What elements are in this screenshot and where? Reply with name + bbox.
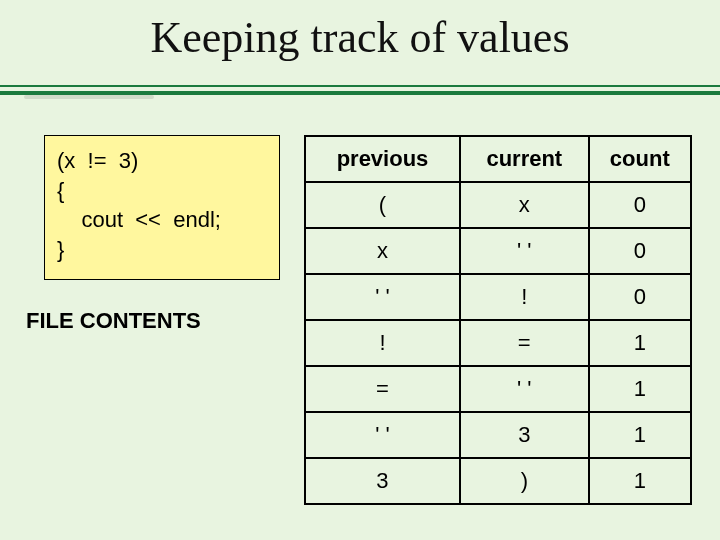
cell-current: x — [460, 182, 589, 228]
cell-count: 0 — [589, 182, 691, 228]
cell-current: ' ' — [460, 228, 589, 274]
table-row: ! = 1 — [305, 320, 691, 366]
file-contents-label: FILE CONTENTS — [26, 308, 280, 334]
col-header-count: count — [589, 136, 691, 182]
cell-count: 1 — [589, 366, 691, 412]
title-underline — [0, 71, 720, 105]
code-line-3: cout << endl; — [57, 207, 221, 232]
table-row: = ' ' 1 — [305, 366, 691, 412]
table-header-row: previous current count — [305, 136, 691, 182]
table-row: ' ' ! 0 — [305, 274, 691, 320]
table-row: ' ' 3 1 — [305, 412, 691, 458]
right-column: previous current count ( x 0 x ' ' 0 ' ' — [304, 135, 692, 505]
code-line-4: } — [57, 237, 64, 262]
trace-table: previous current count ( x 0 x ' ' 0 ' ' — [304, 135, 692, 505]
cell-current: ! — [460, 274, 589, 320]
table-row: ( x 0 — [305, 182, 691, 228]
table-row: x ' ' 0 — [305, 228, 691, 274]
col-header-current: current — [460, 136, 589, 182]
cell-count: 0 — [589, 274, 691, 320]
code-line-2: { — [57, 178, 64, 203]
code-line-1: (x != 3) — [57, 148, 138, 173]
cell-previous: ' ' — [305, 412, 460, 458]
cell-count: 1 — [589, 412, 691, 458]
cell-current: ) — [460, 458, 589, 504]
cell-previous: 3 — [305, 458, 460, 504]
cell-current: ' ' — [460, 366, 589, 412]
cell-count: 0 — [589, 228, 691, 274]
content-area: (x != 3) { cout << endl; } FILE CONTENTS… — [0, 135, 720, 505]
cell-count: 1 — [589, 458, 691, 504]
cell-previous: x — [305, 228, 460, 274]
cell-previous: = — [305, 366, 460, 412]
left-column: (x != 3) { cout << endl; } FILE CONTENTS — [44, 135, 280, 505]
cell-previous: ' ' — [305, 274, 460, 320]
slide-title: Keeping track of values — [0, 0, 720, 71]
code-snippet-box: (x != 3) { cout << endl; } — [44, 135, 280, 280]
table-row: 3 ) 1 — [305, 458, 691, 504]
cell-previous: ! — [305, 320, 460, 366]
cell-previous: ( — [305, 182, 460, 228]
cell-current: = — [460, 320, 589, 366]
col-header-previous: previous — [305, 136, 460, 182]
cell-current: 3 — [460, 412, 589, 458]
cell-count: 1 — [589, 320, 691, 366]
